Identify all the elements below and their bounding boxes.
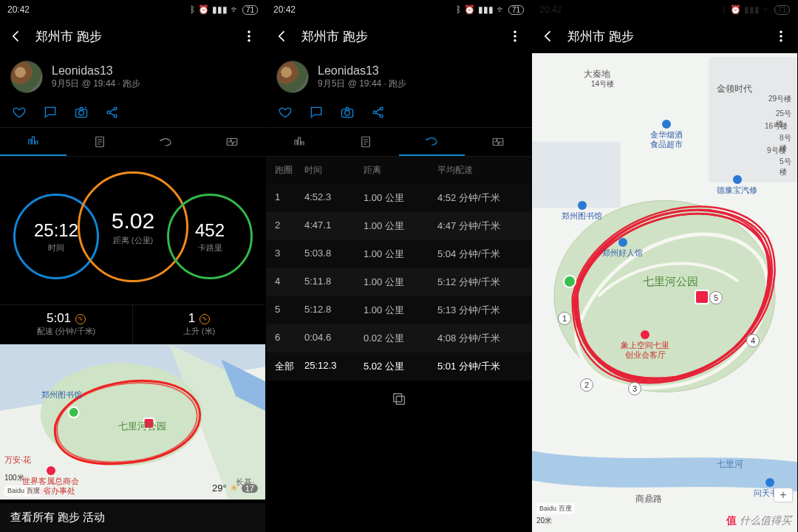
lap-cell-dist: 1.00 公里 <box>364 276 437 289</box>
lap-row[interactable]: 60:04.60.02 公里4:08 分钟/千米 <box>266 324 531 352</box>
tab-hr[interactable] <box>199 128 265 156</box>
signal-icon: ▮▮▮ <box>744 4 760 15</box>
lap-marker-4: 4 <box>746 334 760 347</box>
more-icon[interactable] <box>242 29 256 44</box>
map-thumbnail[interactable]: 七里河公园 郑州图书馆 长基· 万安·花 世界客属总商会 河南省办事处 100米… <box>0 344 265 499</box>
camera-icon[interactable] <box>74 105 89 120</box>
map-credit: Baidu 百度 <box>536 503 575 514</box>
back-icon[interactable] <box>9 29 24 44</box>
lap-cell-pace: 5:04 分钟/千米 <box>437 248 522 261</box>
pace-badge-icon: ∿ <box>75 314 86 324</box>
calories-label: 卡路里 <box>198 242 222 253</box>
col-lap: 跑圈 <box>275 164 304 177</box>
lap-row[interactable]: 45:11.81.00 公里5:12 分钟/千米 <box>266 268 531 296</box>
comment-icon[interactable] <box>43 105 58 120</box>
share-icon[interactable] <box>371 105 386 120</box>
lap-cell-pace: 5:13 分钟/千米 <box>437 304 522 317</box>
camera-icon[interactable] <box>340 105 355 120</box>
svg-point-31 <box>780 35 782 38</box>
screen-laps: 20:42 ᛒ ⏰ ▮▮▮ ᯤ 71 郑州市 跑步 Leonidas13 9月5… <box>266 0 532 532</box>
bldg-label: 29号楼 <box>768 94 791 104</box>
map-scale: 20米 <box>536 516 552 526</box>
ascent-badge-icon: ∿ <box>200 314 210 324</box>
svg-point-5 <box>107 111 110 114</box>
poi-label: 金领时代 <box>717 83 752 95</box>
tab-details[interactable] <box>66 128 133 156</box>
lap-row[interactable]: 55:12.81.00 公里5:13 分钟/千米 <box>266 296 531 324</box>
svg-point-24 <box>380 107 383 110</box>
weather-badge: 29° ☀ 17 <box>212 482 258 494</box>
col-pace: 平均配速 <box>437 164 522 177</box>
river-label: 七里河 <box>717 458 743 471</box>
weather-low: 17 <box>242 484 258 493</box>
alarm-icon: ⏰ <box>464 4 475 15</box>
time-label: 时间 <box>48 242 64 253</box>
metric-pace[interactable]: 5:01∿ 配速 (分钟/千米) <box>0 305 132 344</box>
battery-icon: 71 <box>508 5 524 15</box>
page-title: 郑州市 跑步 <box>301 28 368 45</box>
lap-cell-dist: 1.00 公里 <box>364 219 437 233</box>
laps-total-row: 全部 25:12.3 5.02 公里 5:01 分钟/千米 <box>266 352 531 381</box>
calories-value: 452 <box>195 220 225 241</box>
user-row[interactable]: Leonidas13 9月5日 @ 19:44 · 跑步 <box>0 53 265 100</box>
map-fullscreen[interactable]: 大秦地 金领时代 29号楼 25号楼 16号楼 8号楼 9号楼 5号楼 14号楼… <box>532 53 797 532</box>
zoom-in-button[interactable]: + <box>774 488 793 502</box>
bldg-label: 14号楼 <box>591 79 614 89</box>
more-icon[interactable] <box>774 29 788 44</box>
poi-shop: 金华烟酒 食品超市 <box>650 120 683 149</box>
avatar[interactable] <box>10 61 43 93</box>
col-dist: 距离 <box>364 164 437 177</box>
status-icons: ᛒ ⏰ ▮▮▮ ᯤ 71 <box>190 4 258 15</box>
comment-icon[interactable] <box>309 105 324 120</box>
more-icon[interactable] <box>508 29 522 44</box>
lap-row[interactable]: 14:52.31.00 公里4:52 分钟/千米 <box>266 184 531 212</box>
like-icon[interactable] <box>12 105 27 120</box>
back-icon[interactable] <box>541 29 556 44</box>
tab-stats[interactable] <box>266 128 332 156</box>
poi-chuangye: 象上空间七里 创业会客厅 <box>621 330 669 360</box>
user-row[interactable]: Leonidas13 9月5日 @ 19:44 · 跑步 <box>266 53 531 100</box>
app-bar: 郑州市 跑步 <box>0 19 265 53</box>
action-row <box>0 100 265 127</box>
tab-stats[interactable] <box>0 128 66 156</box>
end-marker <box>695 290 709 304</box>
back-icon[interactable] <box>275 29 290 44</box>
status-time: 20:42 <box>7 4 30 15</box>
tabbar <box>266 127 531 157</box>
app-bar: 郑州市 跑步 <box>532 19 797 53</box>
app-bar: 郑州市 跑步 <box>266 19 531 53</box>
svg-point-2 <box>248 40 250 42</box>
poi-library: 郑州图书馆 <box>562 201 602 221</box>
metric-row: 5:01∿ 配速 (分钟/千米) 1∿ 上升 (米) <box>0 304 265 344</box>
avatar[interactable] <box>276 61 309 93</box>
map-scale: 100米 <box>4 473 24 483</box>
view-all-link[interactable]: 查看所有 跑步 活动 <box>0 503 265 532</box>
tab-laps[interactable] <box>133 128 200 156</box>
svg-point-23 <box>373 111 376 114</box>
copy-button[interactable] <box>266 381 531 417</box>
bldg-label: 16号楼 <box>765 121 788 132</box>
svg-point-22 <box>345 111 350 116</box>
watermark: 值 什么值得买 <box>726 514 791 528</box>
lap-marker-5: 5 <box>709 291 723 304</box>
like-icon[interactable] <box>278 105 293 120</box>
lap-marker-3: 3 <box>628 382 641 395</box>
start-marker <box>563 275 576 288</box>
park-name: 七里河公园 <box>643 275 698 289</box>
action-row <box>266 100 531 127</box>
metric-ascent[interactable]: 1∿ 上升 (米) <box>132 305 265 344</box>
tab-hr[interactable] <box>465 128 531 156</box>
lap-cell-time: 5:03.8 <box>304 248 364 261</box>
signal-icon: ▮▮▮ <box>212 4 228 15</box>
svg-point-6 <box>114 107 117 110</box>
tab-laps[interactable] <box>399 128 466 156</box>
lap-row[interactable]: 24:47.11.00 公里4:47 分钟/千米 <box>266 212 531 240</box>
lap-cell-lap: 3 <box>275 248 304 261</box>
sun-icon: ☀ <box>230 482 239 494</box>
share-icon[interactable] <box>105 105 120 120</box>
ascent-value: 1 <box>188 311 195 325</box>
svg-rect-35 <box>532 142 621 208</box>
lap-row[interactable]: 35:03.81.00 公里5:04 分钟/千米 <box>266 240 531 268</box>
svg-rect-28 <box>396 396 404 404</box>
tab-details[interactable] <box>332 128 399 156</box>
